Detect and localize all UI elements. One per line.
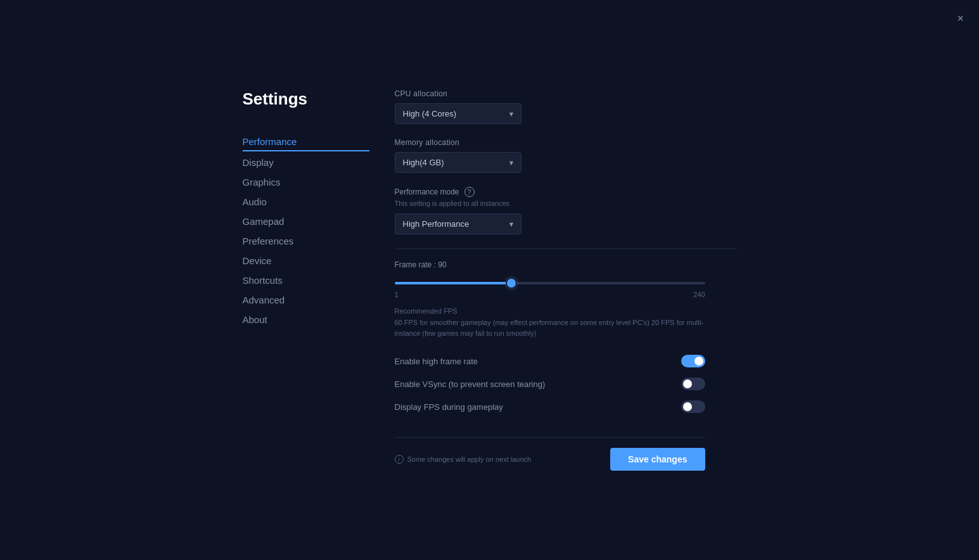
toggle-label-high-frame-rate: Enable high frame rate (395, 357, 478, 366)
slider-container: 1 240 (395, 276, 705, 298)
performance-mode-help-icon[interactable]: ? (464, 187, 475, 197)
toggle-rows: Enable high frame rateEnable VSync (to p… (395, 350, 737, 418)
footer-row: i Some changes will apply on next launch… (395, 437, 705, 471)
sidebar-nav: PerformanceDisplayGraphicsAudioGamepadPr… (243, 132, 369, 329)
sidebar-item-advanced[interactable]: Advanced (243, 290, 369, 310)
divider-1 (395, 248, 737, 249)
sidebar-item-shortcuts[interactable]: Shortcuts (243, 270, 369, 290)
sidebar-item-display[interactable]: Display (243, 153, 369, 172)
memory-label: Memory allocation (395, 138, 737, 147)
performance-mode-note: This setting is applied to all instances (395, 200, 737, 207)
sidebar: Settings PerformanceDisplayGraphicsAudio… (243, 89, 369, 471)
sidebar-item-graphics[interactable]: Graphics (243, 172, 369, 192)
toggle-row-display-fps: Display FPS during gameplay (395, 395, 705, 418)
footer-note: i Some changes will apply on next launch (395, 455, 532, 464)
memory-select-wrapper: Low (1 GB)Medium (2 GB)High(4 GB)Ultra (… (395, 152, 521, 173)
frame-rate-slider[interactable] (395, 282, 705, 284)
save-button[interactable]: Save changes (610, 448, 705, 471)
toggle-row-vsync: Enable VSync (to prevent screen tearing) (395, 372, 705, 395)
slider-min-label: 1 (395, 291, 399, 298)
sidebar-item-about[interactable]: About (243, 310, 369, 329)
performance-mode-label: Performance mode (395, 188, 459, 196)
frame-rate-section: Frame rate : 90 1 240 (395, 260, 737, 298)
memory-select[interactable]: Low (1 GB)Medium (2 GB)High(4 GB)Ultra (… (395, 152, 521, 173)
recommended-fps-title: Recommended FPS (395, 307, 737, 315)
toggle-vsync[interactable] (681, 378, 705, 390)
performance-mode-select-wrapper: BalancedHigh PerformancePower Saver ▼ (395, 213, 521, 234)
cpu-select-wrapper: Low (1 Core)Medium (2 Cores)High (4 Core… (395, 103, 521, 124)
sidebar-item-performance[interactable]: Performance (243, 132, 369, 151)
frame-rate-label: Frame rate : 90 (395, 260, 737, 269)
close-button[interactable]: × (957, 13, 964, 24)
cpu-label: CPU allocation (395, 89, 737, 98)
page-title: Settings (243, 89, 369, 109)
toggle-row-high-frame-rate: Enable high frame rate (395, 350, 705, 372)
slider-max-label: 240 (693, 291, 705, 298)
toggle-high-frame-rate[interactable] (681, 355, 705, 367)
performance-mode-header: Performance mode ? (395, 187, 737, 197)
slider-range-labels: 1 240 (395, 291, 705, 298)
sidebar-item-device[interactable]: Device (243, 251, 369, 270)
sidebar-item-audio[interactable]: Audio (243, 192, 369, 212)
cpu-select[interactable]: Low (1 Core)Medium (2 Cores)High (4 Core… (395, 103, 521, 124)
toggle-label-vsync: Enable VSync (to prevent screen tearing) (395, 379, 546, 389)
recommended-fps-desc: 60 FPS for smoother gameplay (may effect… (395, 317, 705, 338)
performance-mode-select[interactable]: BalancedHigh PerformancePower Saver (395, 213, 521, 234)
toggle-label-display-fps: Display FPS during gameplay (395, 402, 503, 412)
main-content: CPU allocation Low (1 Core)Medium (2 Cor… (369, 89, 737, 471)
sidebar-item-gamepad[interactable]: Gamepad (243, 212, 369, 231)
recommended-fps-section: Recommended FPS 60 FPS for smoother game… (395, 307, 737, 338)
info-icon: i (395, 455, 404, 464)
footer-note-text: Some changes will apply on next launch (407, 455, 532, 463)
toggle-display-fps[interactable] (681, 400, 705, 413)
sidebar-item-preferences[interactable]: Preferences (243, 231, 369, 251)
